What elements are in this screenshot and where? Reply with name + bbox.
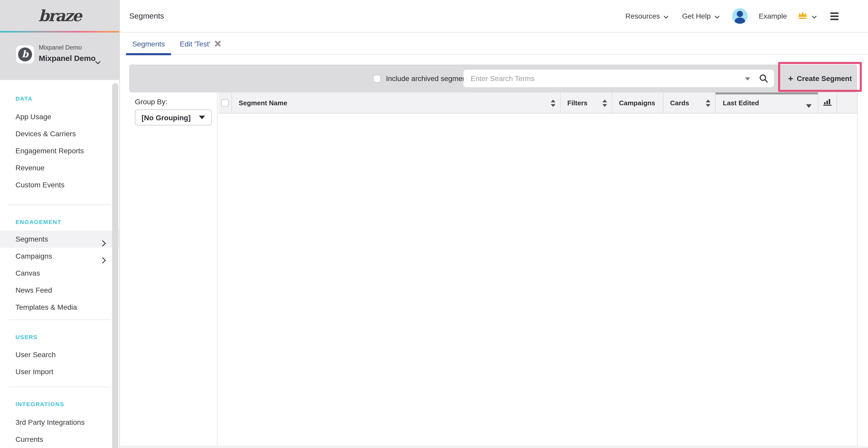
nav-section-title: USERS [16,333,119,341]
sidebar-item-devices-carriers[interactable]: Devices & Carriers [0,126,119,142]
sidebar-item-engagement-reports[interactable]: Engagement Reports [0,142,119,160]
close-icon[interactable] [215,39,221,48]
sidebar-scrollbar-thumb[interactable] [112,83,118,448]
user-avatar [732,8,747,24]
sidebar-item-canvas[interactable]: Canvas [0,265,119,282]
page-title: Segments [129,0,164,32]
sort-icon[interactable] [706,100,710,108]
sidebar-item-label: Campaigns [16,252,52,260]
topbar-menu: Resources Get Help [625,0,839,32]
search-input[interactable] [463,70,774,87]
column-label: Filters [567,99,587,107]
include-archived-label: Include archived segments [386,65,472,92]
crown-icon [797,11,808,21]
search-box [463,70,774,87]
column-header-filters[interactable]: Filters [561,92,612,113]
column-header-last-edited[interactable]: Last Edited [716,92,818,113]
column-label: Cards [670,99,689,107]
sidebar-item-custom-events[interactable]: Custom Events [0,176,119,194]
main-content: Segments Resources Get Help [120,0,868,448]
company-name: Mixpanel Demo [39,44,82,51]
column-header-blank [837,92,857,113]
hamburger-menu-icon[interactable] [830,12,839,20]
workspace-avatar: b [16,45,34,64]
sidebar-item-user-import[interactable]: User Import [0,364,119,380]
column-header-analytics[interactable] [818,92,837,113]
topbar: Segments Resources Get Help [120,0,868,33]
bar-chart-icon [823,98,832,107]
user-name: Example [759,12,787,20]
column-header-cards[interactable]: Cards [663,92,716,113]
nav-section-title: ENGAGEMENT [16,218,119,226]
user-account-menu[interactable]: Example [732,8,817,24]
nav-section-users: USERS User Search User Import [0,333,119,380]
sidebar-item-revenue[interactable]: Revenue [0,160,119,176]
braze-dashboard: braze b Mixpanel Demo Mixpanel Demo DATA… [0,0,868,448]
caret-down-icon [199,115,205,122]
chevron-down-icon [95,57,101,67]
tabs-bar: Segments Edit 'Test' [120,33,868,55]
braze-logo[interactable]: braze [38,6,81,25]
logo-bar: braze [0,0,119,31]
get-help-label: Get Help [682,12,711,20]
chevron-down-icon [664,12,669,20]
nav-divider [9,204,111,205]
nav-section-data: DATA App Usage Devices & Carriers Engage… [0,95,119,194]
sidebar: braze b Mixpanel Demo Mixpanel Demo DATA… [0,0,120,448]
column-label: Last Edited [723,99,759,107]
sort-desc-icon[interactable] [806,102,812,109]
workspace-switcher[interactable]: b Mixpanel Demo Mixpanel Demo [0,33,119,80]
nav-divider [9,387,111,387]
resources-menu[interactable]: Resources [625,12,669,20]
sidebar-item-news-feed[interactable]: News Feed [0,282,119,299]
chevron-down-icon [812,12,817,20]
column-label: Segment Name [239,99,287,107]
include-archived-checkbox[interactable] [373,75,381,82]
tab-edit-test[interactable]: Edit 'Test' [180,33,221,55]
sidebar-item-3rd-party-integrations[interactable]: 3rd Party Integrations [0,414,119,431]
select-all-checkbox[interactable] [221,99,229,107]
nav-section-title: DATA [16,95,119,103]
nav-section-engagement: ENGAGEMENT Segments Campaigns C [0,218,119,316]
search-icon[interactable] [759,74,768,85]
table-body-empty [219,113,857,446]
nav-divider [9,319,111,320]
tab-label: Edit 'Test' [180,39,210,48]
sidebar-item-currents[interactable]: Currents [0,431,119,448]
sidebar-item-label: Segments [16,235,48,243]
sidebar-item-segments[interactable]: Segments [0,231,119,248]
sidebar-item-user-search[interactable]: User Search [0,346,119,364]
segments-table: Segment Name Filters Campaigns Cards [219,92,858,446]
group-by-dropdown[interactable]: [No Grouping] [135,109,212,126]
group-by-panel: Group By: [No Grouping] [120,92,218,446]
group-by-value: [No Grouping] [142,113,191,122]
workspace-avatar-letter: b [18,47,32,61]
get-help-menu[interactable]: Get Help [682,12,720,20]
plus-icon: + [788,74,793,83]
sort-icon[interactable] [551,100,555,108]
column-header-campaigns[interactable]: Campaigns [612,92,663,113]
sidebar-item-templates-media[interactable]: Templates & Media [0,299,119,316]
resources-label: Resources [625,12,660,20]
person-icon [735,18,745,24]
select-all-cell [219,92,232,113]
segments-toolbar: Include archived segments + Create Segme… [129,65,857,92]
tab-label: Segments [132,39,165,48]
column-label: Campaigns [619,99,655,107]
app-group-name: Mixpanel Demo [39,54,96,63]
tab-segments[interactable]: Segments [126,33,171,55]
nav-section-title: INTEGRATIONS [16,400,119,408]
person-icon [737,11,743,17]
chevron-down-icon [714,12,719,20]
table-header-row: Segment Name Filters Campaigns Cards [219,92,857,113]
sort-icon[interactable] [602,100,607,108]
bottom-strip [120,446,868,448]
sidebar-nav: DATA App Usage Devices & Carriers Engage… [0,80,119,448]
sidebar-item-app-usage[interactable]: App Usage [0,108,119,126]
search-dropdown-caret-icon[interactable] [745,77,750,83]
create-segment-button[interactable]: + Create Segment [783,66,857,91]
create-segment-label: Create Segment [797,74,852,82]
column-header-segment-name[interactable]: Segment Name [232,92,561,113]
sidebar-item-campaigns[interactable]: Campaigns [0,248,119,265]
nav-section-integrations: INTEGRATIONS 3rd Party Integrations Curr… [0,400,119,448]
